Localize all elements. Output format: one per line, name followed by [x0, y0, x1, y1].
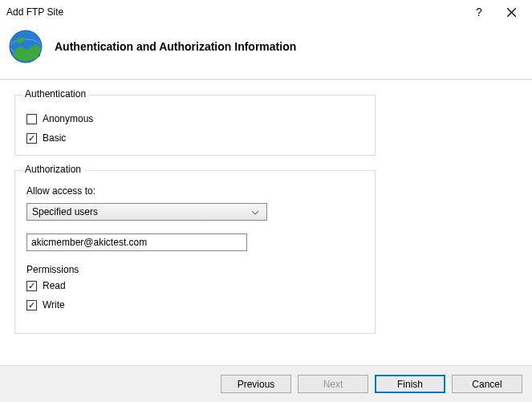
authorization-legend: Authorization [22, 164, 84, 175]
write-checkbox[interactable] [26, 300, 37, 311]
help-button[interactable]: ? [463, 1, 495, 23]
anonymous-label: Anonymous [43, 113, 93, 124]
users-input-value: akicmember@akictest.com [31, 237, 147, 248]
read-label: Read [43, 280, 66, 291]
window-title: Add FTP Site [6, 6, 63, 18]
titlebar: Add FTP Site ? [0, 0, 532, 24]
finish-button[interactable]: Finish [375, 375, 445, 393]
close-icon [507, 8, 516, 17]
users-input[interactable]: akicmember@akictest.com [26, 233, 247, 251]
wizard-content: Authentication Anonymous Basic Authoriza… [0, 80, 532, 356]
permissions-legend: Permissions [26, 264, 363, 275]
basic-checkbox[interactable] [26, 133, 37, 144]
authorization-group: Authorization Allow access to: Specified… [14, 170, 376, 334]
write-label: Write [43, 299, 65, 311]
allow-access-select[interactable]: Specified users [26, 203, 267, 221]
close-button[interactable] [495, 1, 527, 23]
chevron-down-icon [249, 206, 262, 217]
read-checkbox[interactable] [26, 281, 37, 291]
page-title: Authentication and Authorization Informa… [55, 40, 296, 53]
authentication-legend: Authentication [22, 88, 89, 99]
read-checkbox-row[interactable]: Read [26, 280, 363, 291]
anonymous-checkbox-row[interactable]: Anonymous [26, 113, 363, 124]
wizard-header: Authentication and Authorization Informa… [0, 24, 532, 79]
basic-label: Basic [43, 132, 66, 144]
selected-option-text: Specified users [32, 206, 249, 217]
anonymous-checkbox[interactable] [26, 114, 37, 124]
wizard-footer: Previous Next Finish Cancel [0, 365, 532, 402]
write-checkbox-row[interactable]: Write [26, 299, 363, 311]
allow-access-label: Allow access to: [26, 185, 363, 197]
cancel-button[interactable]: Cancel [452, 375, 522, 393]
globe-icon [8, 29, 43, 64]
authentication-group: Authentication Anonymous Basic [14, 95, 376, 156]
next-button: Next [298, 375, 368, 393]
previous-button[interactable]: Previous [221, 375, 291, 393]
basic-checkbox-row[interactable]: Basic [26, 132, 363, 144]
